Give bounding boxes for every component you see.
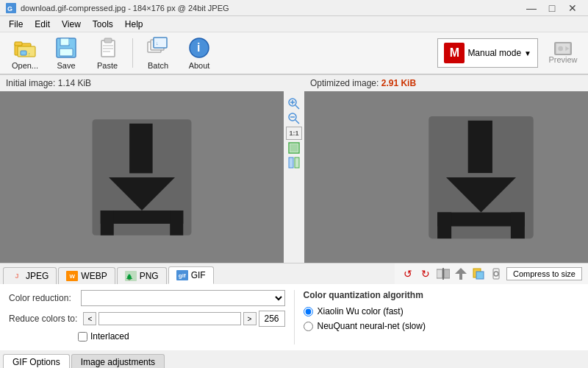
titlebar: G download.gif-compressed.jpg - 184×176 … — [0, 0, 588, 16]
tab-png[interactable]: 🌲 PNG — [117, 267, 167, 284]
svg-line-33 — [295, 105, 299, 109]
menubar: File Edit View Tools Help — [0, 16, 588, 32]
format-toolbar-row: J JPEG W WEBP 🌲 PNG gif GIF ↺ ↻ — [0, 263, 588, 284]
dropdown-arrow-icon: ▼ — [524, 49, 531, 57]
save-button[interactable]: Save — [47, 35, 85, 71]
slider-track[interactable] — [98, 312, 240, 325]
paste-button[interactable]: Paste — [88, 35, 126, 71]
svg-rect-41 — [289, 158, 293, 168]
titlebar-controls: — □ ✕ — [522, 1, 582, 15]
optimized-size: 2.91 KiB — [381, 78, 416, 88]
color-reduction-select[interactable] — [81, 290, 285, 306]
copy-button[interactable] — [453, 266, 468, 281]
neuquant-label[interactable]: NeuQuant neural-net (slow) — [318, 321, 426, 331]
redo-button[interactable]: ↻ — [418, 266, 433, 281]
tab-gif-options[interactable]: GIF Options — [3, 354, 70, 368]
open-icon: ↑ — [13, 36, 37, 60]
interlaced-row: Interlaced — [9, 331, 285, 342]
menu-tools[interactable]: Tools — [87, 18, 119, 31]
svg-rect-14 — [103, 48, 113, 49]
optimized-image-canvas — [304, 91, 588, 263]
compress-to-size-button[interactable]: Compress to size — [506, 267, 582, 280]
fit-tool[interactable] — [287, 141, 301, 155]
toolbar-separator — [132, 38, 133, 68]
slider-value[interactable]: 256 — [259, 311, 285, 327]
minimize-button[interactable]: — — [522, 1, 541, 15]
tab-image-adjustments[interactable]: Image adjustments — [71, 354, 165, 368]
svg-rect-40 — [290, 144, 298, 152]
gif-tab-label: GIF — [191, 270, 206, 280]
slider-right-arrow[interactable]: > — [243, 312, 257, 325]
svg-rect-56 — [476, 272, 484, 279]
format-tabs: J JPEG W WEBP 🌲 PNG gif GIF — [0, 263, 395, 284]
svg-rect-52 — [444, 269, 450, 278]
toolbar-right: M Manual mode ▼ Preview — [437, 38, 582, 68]
svg-rect-48 — [511, 212, 525, 238]
zoom-in-tool[interactable] — [287, 97, 301, 110]
menu-view[interactable]: View — [56, 18, 87, 31]
tab-webp[interactable]: W WEBP — [58, 267, 115, 284]
webp-tab-label: WEBP — [81, 271, 107, 281]
left-options: Color reduction: Reduce colors to: < > 2… — [0, 284, 294, 350]
reduce-colors-row: Reduce colors to: < > 256 — [9, 311, 285, 327]
tab-jpeg[interactable]: J JPEG — [3, 267, 57, 284]
preview-label: Preview — [548, 55, 577, 64]
batch-button[interactable]: ↓ Batch — [139, 35, 177, 71]
xiaolin-label[interactable]: Xiaolin Wu color (fast) — [318, 306, 404, 316]
interlaced-checkbox[interactable] — [78, 332, 87, 342]
menu-file[interactable]: File — [3, 18, 29, 31]
svg-rect-15 — [103, 51, 110, 52]
neuquant-radio[interactable] — [304, 322, 313, 331]
color-reduction-row: Color reduction: — [9, 290, 285, 306]
svg-rect-51 — [437, 269, 442, 278]
interlaced-label[interactable]: Interlaced — [90, 331, 129, 342]
export-button[interactable] — [471, 266, 486, 281]
quantization-title: Color quantization algorithm — [304, 290, 580, 300]
maximize-button[interactable]: □ — [542, 1, 562, 15]
settings-button[interactable] — [489, 266, 503, 281]
tab-gif[interactable]: gif GIF — [168, 266, 214, 284]
svg-line-37 — [295, 120, 299, 124]
save-icon — [54, 36, 78, 60]
split-tool[interactable] — [287, 156, 301, 169]
optimized-image-panel: Optimized image: 2.91 KiB — [304, 75, 588, 263]
slider-left-arrow[interactable]: < — [83, 312, 96, 325]
jpeg-tab-label: JPEG — [26, 271, 49, 281]
options-area: Color reduction: Reduce colors to: < > 2… — [0, 284, 588, 350]
right-options: Color quantization algorithm Xiaolin Wu … — [295, 284, 589, 350]
about-icon: i — [187, 36, 211, 60]
svg-rect-13 — [103, 45, 113, 46]
menu-edit[interactable]: Edit — [29, 18, 56, 31]
svg-point-23 — [558, 46, 563, 52]
about-label: About — [189, 61, 210, 70]
about-button[interactable]: i About — [180, 35, 218, 71]
xiaolin-radio[interactable] — [304, 307, 313, 316]
main-area: Initial image: 1.14 KiB — [0, 75, 588, 263]
save-label: Save — [57, 61, 75, 70]
app-icon: G — [6, 3, 16, 13]
svg-rect-9 — [60, 49, 73, 56]
svg-rect-12 — [104, 38, 112, 43]
svg-text:i: i — [197, 41, 200, 54]
svg-rect-3 — [15, 42, 22, 46]
actual-size-tool[interactable]: 1:1 — [286, 127, 302, 140]
webp-tab-icon: W — [66, 271, 78, 281]
paste-label: Paste — [97, 61, 118, 70]
toolbar: ↑ Open... Save Paste — [0, 32, 588, 75]
zoom-out-tool[interactable] — [287, 112, 301, 125]
preview-button[interactable]: Preview — [544, 38, 582, 68]
jpeg-tab-icon: J — [11, 271, 23, 281]
initial-image-label: Initial image: 1.14 KiB — [0, 75, 284, 91]
optimized-image-label: Optimized image: 2.91 KiB — [304, 75, 588, 91]
compare-button[interactable] — [436, 266, 451, 281]
undo-button[interactable]: ↺ — [401, 266, 415, 281]
preview-icon — [554, 42, 572, 55]
close-button[interactable]: ✕ — [563, 1, 582, 15]
svg-text:G: G — [7, 5, 12, 13]
gif-tab-icon: gif — [176, 270, 188, 280]
manual-mode-button[interactable]: M Manual mode ▼ — [437, 38, 538, 68]
initial-image-canvas — [0, 91, 284, 263]
open-button[interactable]: ↑ Open... — [6, 35, 44, 71]
svg-rect-5 — [21, 51, 26, 55]
menu-help[interactable]: Help — [119, 18, 149, 31]
